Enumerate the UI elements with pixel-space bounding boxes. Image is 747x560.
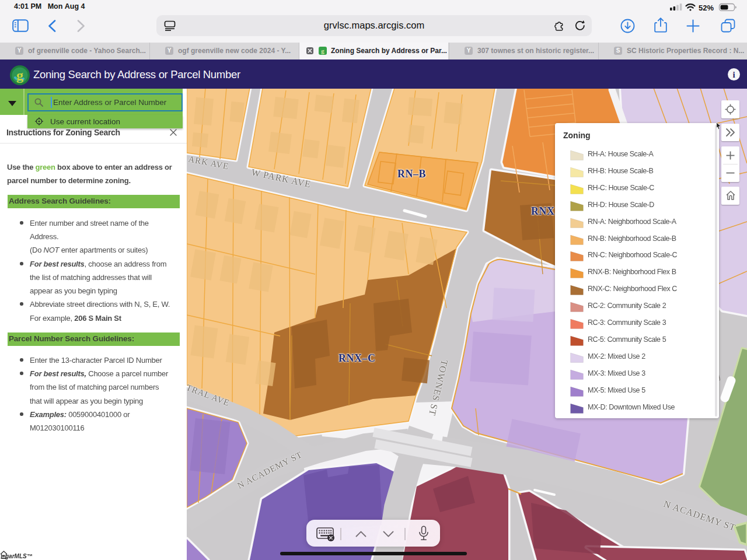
svg-text:g: g [321, 47, 324, 54]
svg-text:RNX: RNX [531, 205, 555, 217]
svg-text:52%: 52% [699, 4, 714, 12]
svg-text:g: g [16, 68, 23, 83]
svg-text:i: i [732, 70, 735, 79]
svg-text:RN–B: RN–B [397, 168, 426, 180]
svg-text:RNX–C: RNX–C [338, 352, 376, 364]
